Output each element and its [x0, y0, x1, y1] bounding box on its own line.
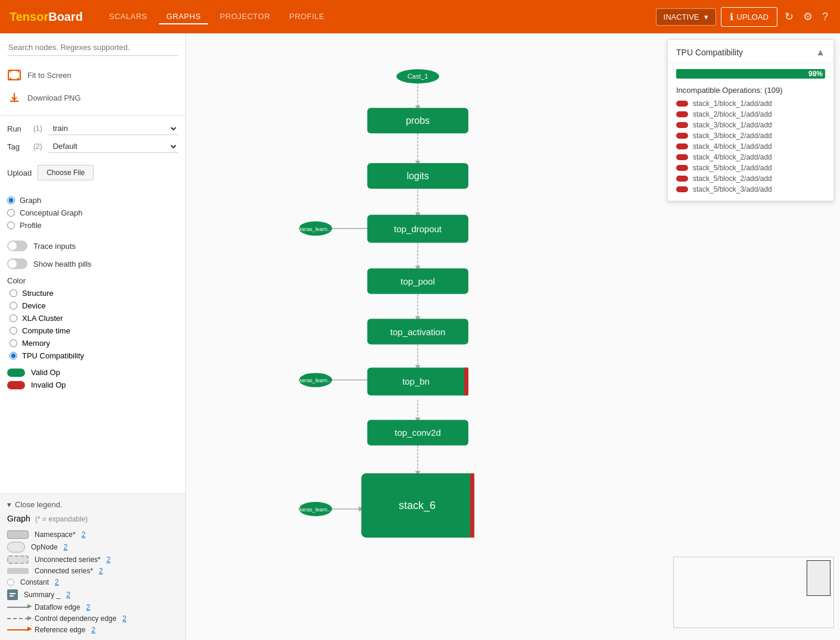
upload-section-label: Upload	[7, 168, 32, 177]
radio-conceptual-input[interactable]	[7, 209, 15, 217]
color-device-label: Device	[22, 301, 46, 310]
tpu-header: TPU Compatibility ▲	[668, 40, 833, 63]
color-memory-input[interactable]	[10, 339, 17, 347]
minimap[interactable]	[673, 557, 834, 628]
control-link[interactable]: 2	[122, 614, 126, 623]
color-xla-label: XLA Cluster	[22, 314, 63, 323]
color-structure[interactable]: Structure	[10, 288, 178, 299]
unconnected-icon	[7, 555, 29, 564]
color-xla[interactable]: XLA Cluster	[10, 313, 178, 324]
radio-graph-input[interactable]	[7, 196, 15, 204]
node-probs-label: probs	[406, 115, 430, 126]
color-compute-input[interactable]	[10, 327, 17, 335]
color-compute[interactable]: Compute time	[10, 325, 178, 336]
download-png-button[interactable]: Download PNG	[7, 87, 178, 108]
help-button[interactable]: ?	[820, 8, 830, 26]
radio-profile-input[interactable]	[7, 221, 15, 229]
summary-icon	[7, 589, 18, 600]
opnode-link[interactable]: 2	[64, 543, 68, 551]
choose-file-button[interactable]: Choose File	[38, 165, 94, 180]
tpu-incompat-list: stack_1/block_1/add/addstack_2/block_1/a…	[668, 99, 833, 201]
run-select[interactable]: train	[48, 122, 178, 135]
search-area	[0, 33, 185, 60]
node-keras3-label: keras_learn...	[299, 507, 331, 513]
close-legend-button[interactable]: ▾ Close legend.	[7, 500, 178, 509]
valid-invalid-legend: Valid Op Invalid Op	[0, 364, 185, 396]
nav-projector[interactable]: PROJECTOR	[213, 10, 277, 24]
node-logits-label: logits	[407, 171, 429, 181]
trace-inputs-toggle[interactable]	[7, 241, 27, 251]
refresh-button[interactable]: ↻	[782, 8, 796, 26]
connected-link[interactable]: 2	[99, 567, 103, 575]
legend-unconnected: Unconnected series* 2	[7, 555, 178, 564]
fit-to-screen-icon	[7, 68, 21, 82]
tpu-close-button[interactable]: ▲	[816, 47, 825, 58]
tpu-progress-bar: 98%	[676, 69, 825, 79]
tpu-item-label: stack_1/block_1/add/add	[693, 99, 772, 108]
nav-graphs[interactable]: GRAPHS	[159, 10, 208, 24]
legend-bottom: ▾ Close legend. Graph (* = expandable) N…	[0, 494, 185, 640]
unconnected-link[interactable]: 2	[107, 555, 111, 564]
tpu-item-label: stack_3/block_1/add/add	[693, 121, 772, 129]
color-memory[interactable]: Memory	[10, 338, 178, 349]
valid-op-item: Valid Op	[7, 366, 178, 379]
download-icon	[7, 90, 21, 105]
dataflow-link[interactable]: 2	[86, 603, 91, 611]
radio-profile[interactable]: Profile	[7, 220, 178, 231]
invalid-op-item: Invalid Op	[7, 379, 178, 391]
chevron-down-icon: ▾	[7, 500, 11, 509]
inactive-dropdown[interactable]: INACTIVE ▾	[656, 8, 716, 26]
settings-button[interactable]: ⚙	[801, 8, 815, 26]
fit-to-screen-button[interactable]: Fit to Screen	[7, 64, 178, 86]
tpu-item-label: stack_5/block_3/add/add	[693, 185, 772, 193]
namespace-link[interactable]: 2	[82, 530, 86, 539]
invalid-op-label: Invalid Op	[31, 380, 66, 389]
radio-conceptual[interactable]: Conceptual Graph	[7, 207, 178, 218]
reference-label: Reference edge	[35, 626, 85, 634]
graph-area[interactable]: Cast_1 probs logits keras_learn... top_d…	[186, 33, 840, 640]
color-compute-label: Compute time	[22, 326, 70, 335]
radio-graph[interactable]: Graph	[7, 195, 178, 206]
color-tpu-input[interactable]	[10, 352, 17, 360]
color-structure-input[interactable]	[10, 289, 17, 297]
reference-link[interactable]: 2	[91, 626, 95, 634]
summary-link[interactable]: 2	[66, 591, 70, 599]
invalid-op-icon	[7, 381, 25, 389]
upload-button[interactable]: ℹ UPLOAD	[721, 7, 777, 27]
node-top-bn-invalid	[464, 367, 468, 395]
color-xla-input[interactable]	[10, 314, 17, 322]
legend-subtitle: (* = expandable)	[35, 515, 88, 523]
minimap-viewport	[807, 560, 830, 596]
tpu-red-pill	[676, 154, 688, 160]
close-legend-label: Close legend.	[15, 500, 63, 509]
nav-profile[interactable]: PROFILE	[282, 10, 332, 24]
legend-control: Control dependency edge 2	[7, 614, 178, 623]
color-device-input[interactable]	[10, 302, 17, 310]
node-top-bn-label: top_bn	[402, 376, 430, 386]
constant-link[interactable]: 2	[55, 578, 59, 586]
control-icon	[7, 618, 29, 619]
svg-rect-1	[10, 593, 15, 594]
summary-label: Summary _	[24, 591, 60, 599]
tpu-item-label: stack_5/block_2/add/add	[693, 174, 772, 183]
color-tpu[interactable]: TPU Compatibility	[10, 350, 178, 361]
color-memory-label: Memory	[22, 339, 50, 348]
tpu-incompat-label: Incompatible Operations: (109)	[668, 81, 833, 99]
tpu-list-item: stack_3/block_1/add/add	[676, 121, 825, 129]
show-health-pills-toggle[interactable]	[7, 258, 27, 269]
legend-constant: Constant 2	[7, 578, 178, 586]
color-options: Structure Device XLA Cluster Compute tim…	[7, 288, 178, 361]
search-input[interactable]	[7, 39, 178, 56]
color-device[interactable]: Device	[10, 300, 178, 311]
node-top-activation-label: top_activation	[390, 327, 445, 337]
tpu-item-label: stack_2/block_1/add/add	[693, 110, 772, 118]
node-keras2-label: keras_learn...	[299, 377, 331, 383]
tag-row: Tag (2) Default	[7, 140, 178, 153]
nav-scalars[interactable]: SCALARS	[102, 10, 154, 24]
upload-label: UPLOAD	[737, 13, 769, 21]
dropdown-chevron-icon: ▾	[704, 13, 708, 21]
brand-name-part2: Board	[48, 10, 83, 23]
tag-select[interactable]: Default	[48, 140, 178, 153]
legend-dataflow: Dataflow edge 2	[7, 603, 178, 611]
node-top-pool-label: top_pool	[401, 276, 435, 286]
